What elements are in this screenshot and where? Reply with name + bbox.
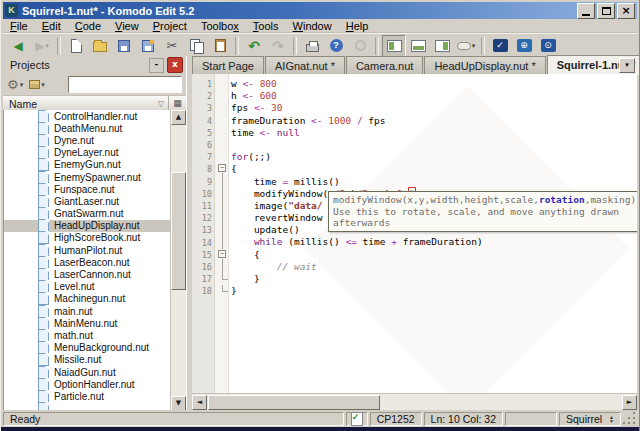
toggle-right-pane-button[interactable] [430, 35, 454, 57]
filter-input[interactable] [68, 76, 182, 93]
list-item[interactable]: Missile.nut [4, 354, 171, 366]
import-package-button[interactable]: ▾ [29, 80, 45, 89]
save-all-button[interactable] [136, 35, 160, 57]
fold-toggle-icon[interactable] [215, 249, 231, 261]
menu-code[interactable]: Code [68, 20, 108, 32]
column-picker-icon[interactable]: ▦ [168, 96, 186, 111]
redo-button[interactable]: ↷ [266, 35, 290, 57]
list-item[interactable]: MainMenu.nut [4, 317, 171, 329]
menu-file[interactable]: File [3, 20, 35, 32]
macro-button[interactable]: ▾ [454, 35, 478, 57]
maximize-button[interactable] [597, 3, 615, 19]
new-file-button[interactable] [64, 35, 88, 57]
code-line[interactable]: 15 { [192, 249, 637, 261]
list-item[interactable]: MenuBackground.nut [4, 342, 171, 354]
code-line[interactable]: 7for(;;) [192, 151, 637, 163]
menu-window[interactable]: Window [286, 20, 339, 32]
menu-edit[interactable]: Edit [35, 20, 68, 32]
encoding-indicator[interactable]: CP1252 [370, 412, 422, 426]
tab-start-page[interactable]: Start Page [192, 56, 264, 74]
list-item[interactable]: ControlHandler.nut [4, 110, 171, 122]
list-item[interactable]: DeathMenu.nut [4, 122, 171, 134]
code-line[interactable]: 3fps <- 30 [192, 102, 637, 114]
help-button[interactable]: ? [324, 35, 348, 57]
menu-help[interactable]: Help [339, 20, 376, 32]
scroll-up-button[interactable]: ▲ [171, 110, 186, 125]
resize-grip[interactable] [623, 412, 637, 426]
tab-aignat-nut[interactable]: AIGnat.nut * [265, 56, 345, 74]
code-line[interactable]: 4frameDuration <- 1000 / fps [192, 115, 637, 127]
code-line[interactable]: 6 [192, 139, 637, 151]
scroll-left-button[interactable]: ◄ [192, 395, 207, 410]
list-item[interactable]: GiantLaser.nut [4, 195, 171, 207]
undo-button[interactable]: ↶ [242, 35, 266, 57]
menu-tools[interactable]: Tools [246, 20, 286, 32]
menu-view[interactable]: View [108, 20, 146, 32]
toggle-left-pane-button[interactable] [382, 35, 406, 57]
title-bar[interactable]: K Squirrel-1.nut* - Komodo Edit 5.2 × [3, 2, 637, 19]
list-item[interactable]: DyneLayer.nut [4, 147, 171, 159]
code-line[interactable]: 5time <- null [192, 127, 637, 139]
sync-tool-button[interactable]: ✓ [488, 35, 512, 57]
toggle-bottom-pane-button[interactable] [406, 35, 430, 57]
list-item[interactable]: Particle.nut [4, 390, 171, 402]
list-item[interactable]: LaserCannon.nut [4, 268, 171, 280]
panel-minimize-button[interactable]: - [149, 58, 164, 73]
fold-toggle-icon[interactable] [215, 163, 231, 175]
list-item[interactable]: HighScoreBook.nut [4, 232, 171, 244]
close-button[interactable]: × [617, 3, 635, 19]
minimize-button[interactable] [577, 3, 595, 19]
panel-close-button[interactable]: x [167, 57, 183, 73]
code-line[interactable]: 8{ [192, 163, 637, 175]
menu-toolbox[interactable]: Toolbox [194, 20, 246, 32]
list-item[interactable]: LaserBeacon.nut [4, 256, 171, 268]
code-line[interactable]: 17 } [192, 273, 637, 285]
list-item[interactable]: HumanPilot.nut [4, 244, 171, 256]
tab-camera-nut[interactable]: Camera.nut [346, 56, 423, 74]
list-item[interactable]: Funspace.nut [4, 183, 171, 195]
stop-button[interactable] [348, 35, 372, 57]
list-item[interactable]: EnemySpawner.nut [4, 171, 171, 183]
scrollbar-thumb[interactable] [171, 172, 186, 290]
scrollbar-thumb[interactable] [208, 395, 380, 410]
menu-project[interactable]: Project [146, 20, 194, 32]
code-editor[interactable]: 1w <- 8002h <- 6003fps <- 304frameDurati… [192, 74, 637, 394]
list-item[interactable]: NaiadGun.nut [4, 366, 171, 378]
list-item[interactable]: Dyne.nut [4, 134, 171, 146]
copy-button[interactable] [184, 35, 208, 57]
project-settings-button[interactable]: ⚙▾ [7, 78, 23, 91]
list-item[interactable]: math.nut [4, 329, 171, 341]
macro-icon [457, 42, 471, 50]
list-item[interactable]: Machinegun.nut [4, 293, 171, 305]
save-button[interactable] [112, 35, 136, 57]
language-selector[interactable]: Squirrel ▲▼ [559, 412, 621, 426]
cut-button[interactable]: ✂ [160, 35, 184, 57]
list-item[interactable]: OptionHandler.nut [4, 378, 171, 390]
code-line[interactable]: 9 time = millis() [192, 176, 637, 188]
back-button[interactable]: ◀ [6, 35, 30, 57]
print-button[interactable] [300, 35, 324, 57]
open-file-button[interactable] [88, 35, 112, 57]
scroll-down-button[interactable]: ▼ [171, 396, 186, 411]
scroll-right-button[interactable]: ► [622, 395, 637, 410]
resources-button[interactable]: ⊙ [536, 35, 560, 57]
list-item[interactable]: HeadUpDisplay.nut [4, 220, 171, 232]
list-item[interactable]: main.nut [4, 305, 171, 317]
code-line[interactable]: 14 while (millis() <= time + frameDurati… [192, 236, 637, 248]
code-line[interactable]: 2h <- 600 [192, 90, 637, 102]
list-item[interactable]: EnemyGun.nut [4, 159, 171, 171]
projects-vertical-scrollbar[interactable]: ▲ ▼ [170, 110, 186, 411]
syntax-check-button[interactable] [346, 412, 368, 426]
code-line[interactable]: 18} [192, 285, 637, 297]
browser-preview-button[interactable]: ⊕ [512, 35, 536, 57]
tab-list-button[interactable]: ▾ [619, 58, 635, 73]
toggle-right-pane-icon [435, 40, 450, 52]
code-line[interactable]: 16 // wait [192, 261, 637, 273]
tab-headupdisplay-nut[interactable]: HeadUpDisplay.nut * [424, 56, 545, 74]
list-item[interactable]: GnatSwarm.nut [4, 208, 171, 220]
code-line[interactable]: 1w <- 800 [192, 78, 637, 90]
list-item[interactable]: Level.nut [4, 281, 171, 293]
editor-horizontal-scrollbar[interactable]: ◄ ► [192, 393, 637, 411]
forward-button[interactable]: ▶▾ [30, 35, 54, 57]
paste-button[interactable] [208, 35, 232, 57]
